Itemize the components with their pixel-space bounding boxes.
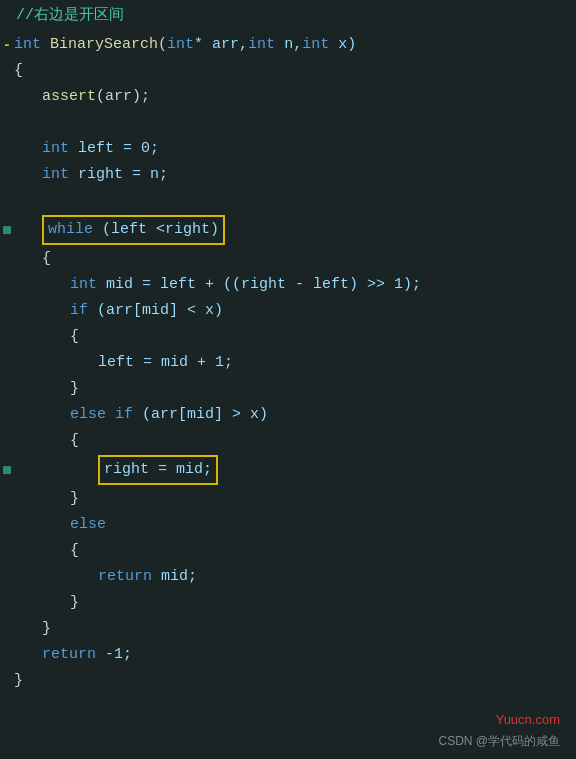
token: mid = left + ((right - left) >> 1);	[97, 276, 421, 293]
token: x)	[329, 36, 356, 53]
code-line-brace_close1: }	[0, 668, 576, 694]
token: BinarySearch	[50, 36, 158, 53]
code-content-brace_close5: }	[14, 590, 576, 616]
token	[106, 406, 115, 423]
watermark: Yuucn.com	[496, 710, 560, 731]
code-content-brace_open4: {	[14, 428, 576, 454]
code-content-brace_close4: }	[14, 486, 576, 512]
code-line-brace_open3: {	[0, 324, 576, 350]
code-line-right_eq: right = mid;	[0, 454, 576, 486]
token: return	[98, 568, 152, 585]
code-line-func_decl: -int BinarySearch(int* arr,int n,int x)	[0, 32, 576, 58]
code-content-return_mid: return mid;	[14, 564, 576, 590]
token: else	[70, 516, 106, 533]
breakpoint-dot	[3, 466, 11, 474]
code-content-brace_close2: }	[14, 616, 576, 642]
token: int	[302, 36, 329, 53]
token: }	[70, 380, 79, 397]
token: else	[70, 406, 106, 423]
token: n,	[275, 36, 302, 53]
token: {	[42, 250, 51, 267]
token	[41, 36, 50, 53]
breakpoint-dot	[3, 226, 11, 234]
code-content-brace_open5: {	[14, 538, 576, 564]
code-content-left_eq: left = mid + 1;	[14, 350, 576, 376]
gutter-right_eq	[0, 466, 14, 474]
gutter-func_decl: -	[0, 34, 14, 56]
token: while	[48, 221, 93, 238]
token: (arr[mid] > x)	[133, 406, 268, 423]
token: if	[70, 302, 88, 319]
code-content-right_eq: right = mid;	[14, 454, 576, 486]
token: int	[167, 36, 194, 53]
code-line-int_left: int left = 0;	[0, 136, 576, 162]
token: int	[248, 36, 275, 53]
code-content-int_left: int left = 0;	[14, 136, 576, 162]
code-content-while_line: while (left <right)	[14, 214, 576, 246]
token: right = mid;	[104, 461, 212, 478]
code-line-return_mid: return mid;	[0, 564, 576, 590]
code-content-brace_open1: {	[14, 58, 576, 84]
code-line-brace_open1: {	[0, 58, 576, 84]
code-line-brace_open4: {	[0, 428, 576, 454]
code-content-assert: assert(arr);	[14, 84, 576, 110]
csdn-credit: CSDN @学代码的咸鱼	[438, 732, 560, 751]
code-line-int_right: int right = n;	[0, 162, 576, 188]
code-line-brace_open2: {	[0, 246, 576, 272]
gutter-while_line	[0, 226, 14, 234]
token: }	[14, 672, 23, 689]
token: (left <right)	[93, 221, 219, 238]
token: int	[42, 166, 69, 183]
highlight-while-box: while (left <right)	[42, 215, 225, 245]
token: * arr,	[194, 36, 248, 53]
token: }	[42, 620, 51, 637]
code-content-else_if: else if (arr[mid] > x)	[14, 402, 576, 428]
code-line-brace_close2: }	[0, 616, 576, 642]
code-line-brace_open5: {	[0, 538, 576, 564]
token: int	[14, 36, 41, 53]
code-line-while_line: while (left <right)	[0, 214, 576, 246]
token: left = 0;	[69, 140, 159, 157]
code-content-brace_open2: {	[14, 246, 576, 272]
token: int	[42, 140, 69, 157]
code-line-else_if: else if (arr[mid] > x)	[0, 402, 576, 428]
collapse-btn[interactable]: -	[3, 34, 11, 56]
code-line-int_mid: int mid = left + ((right - left) >> 1);	[0, 272, 576, 298]
token: }	[70, 490, 79, 507]
code-content-brace_close3: }	[14, 376, 576, 402]
token: {	[70, 542, 79, 559]
code-line-blank2	[0, 188, 576, 214]
token: }	[70, 594, 79, 611]
code-line-else_line: else	[0, 512, 576, 538]
token: mid;	[152, 568, 197, 585]
code-content-int_right: int right = n;	[14, 162, 576, 188]
code-content-blank1	[14, 122, 576, 124]
token: (arr[mid] < x)	[88, 302, 223, 319]
code-content-blank2	[14, 200, 576, 202]
code-line-blank1	[0, 110, 576, 136]
code-line-brace_close4: }	[0, 486, 576, 512]
code-line-if_line: if (arr[mid] < x)	[0, 298, 576, 324]
code-content-else_line: else	[14, 512, 576, 538]
code-content-int_mid: int mid = left + ((right - left) >> 1);	[14, 272, 576, 298]
code-content-brace_close1: }	[14, 668, 576, 694]
token: left = mid + 1;	[98, 354, 233, 371]
token: right = n;	[69, 166, 168, 183]
code-line-return_neg: return -1;	[0, 642, 576, 668]
token: -1;	[96, 646, 132, 663]
code-container: //右边是开区间 -int BinarySearch(int* arr,int …	[0, 0, 576, 759]
token: {	[70, 432, 79, 449]
token: int	[70, 276, 97, 293]
token: (arr);	[96, 88, 150, 105]
token: {	[14, 62, 23, 79]
token: if	[115, 406, 133, 423]
code-content-if_line: if (arr[mid] < x)	[14, 298, 576, 324]
code-line-left_eq: left = mid + 1;	[0, 350, 576, 376]
code-area: -int BinarySearch(int* arr,int n,int x){…	[0, 32, 576, 694]
token: (	[158, 36, 167, 53]
token: {	[70, 328, 79, 345]
comment-text: //右边是开区间	[16, 7, 124, 24]
token: assert	[42, 88, 96, 105]
code-line-brace_close3: }	[0, 376, 576, 402]
token: return	[42, 646, 96, 663]
